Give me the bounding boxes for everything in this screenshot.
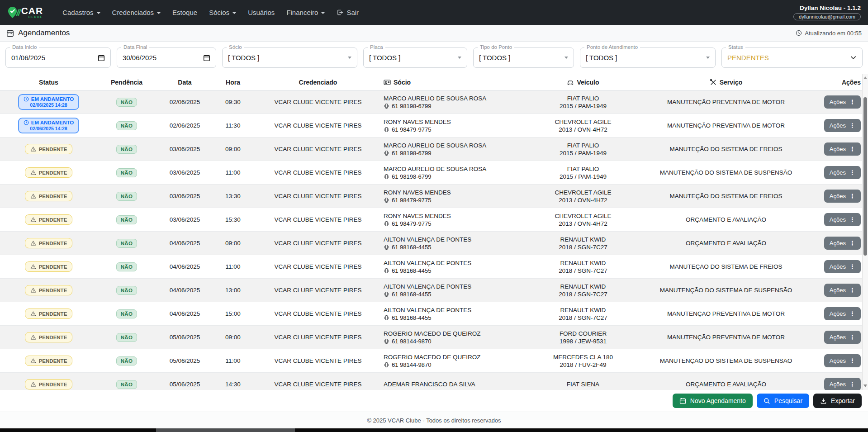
filter-tipo-do-ponto[interactable]: Tipo do Ponto[ TODOS ] (473, 47, 574, 68)
warning-icon (30, 287, 36, 293)
cell-servico: MANUTENÇÃO PREVENTIVA DE MOTOR (642, 310, 810, 317)
row-actions-button[interactable]: Ações⋮ (824, 260, 861, 273)
cell-data: 03/06/2025 (156, 169, 213, 176)
nav-item-credenciados[interactable]: Credenciados (106, 5, 167, 20)
brand-logo[interactable]: // CAR CLUBE (7, 6, 43, 19)
cell-hora: 11:00 (213, 263, 252, 270)
nav-item-cadastros[interactable]: Cadastros (57, 5, 106, 20)
status-badge-pending: PENDENTE (25, 167, 73, 178)
nav-item-sair[interactable]: Sair (331, 5, 365, 20)
copyright-text: © 2025 VCAR Clube - Todos os direitos re… (367, 417, 501, 424)
caret-down-icon (348, 57, 351, 59)
top-navbar: // CAR CLUBE CadastrosCredenciadosEstoqu… (0, 0, 868, 25)
scroll-down-arrow[interactable] (863, 383, 868, 389)
warning-icon (30, 358, 36, 364)
nav-item-estoque[interactable]: Estoque (166, 5, 203, 20)
vertical-scrollbar[interactable] (862, 74, 868, 390)
caret-down-icon (97, 12, 100, 14)
pendencia-badge: NÃO (116, 380, 137, 389)
cell-status: PENDENTE (0, 191, 97, 201)
cell-servico: MANUTEÇÃO DO SISTEMA DE FREIOS (642, 263, 810, 270)
row-actions-button[interactable]: Ações⋮ (824, 190, 861, 203)
cell-pendencia: NÃO (97, 192, 156, 201)
download-icon (820, 398, 827, 404)
main-nav: CadastrosCredenciadosEstoqueSóciosUsuári… (57, 5, 365, 20)
table-body: EM ANDAMENTO02/06/2025 14:28NÃO02/06/202… (0, 90, 868, 390)
veiculo-detalhe: 2018 / SGN-7C27 (559, 291, 607, 298)
cell-hora: 13:00 (213, 287, 252, 294)
cell-socio: AILTON VALENÇA DE PONTES61 98168-4455 (384, 236, 524, 251)
pendencia-badge: NÃO (116, 145, 137, 154)
cell-acoes: Ações⋮ (810, 331, 863, 344)
horizontal-scrollbar-thumb[interactable] (156, 428, 295, 432)
socio-name: RONY NAVES MENDES (384, 213, 451, 219)
nav-item-socios[interactable]: Sócios (203, 5, 242, 20)
row-actions-button[interactable]: Ações⋮ (824, 331, 861, 344)
status-badge-in-progress: EM ANDAMENTO02/06/2025 14:28 (18, 118, 80, 133)
filter-socio[interactable]: Sócio[ TODOS ] (222, 47, 357, 68)
veiculo-modelo: FIAT PALIO (567, 95, 599, 102)
nav-item-financeiro[interactable]: Financeiro (280, 5, 331, 20)
filter-placa[interactable]: Placa[ TODOS ] (363, 47, 467, 68)
filter-label: Data Inicio (10, 44, 39, 50)
cell-acoes: Ações⋮ (810, 237, 863, 250)
cell-pendencia: NÃO (97, 98, 156, 107)
row-actions-button[interactable]: Ações⋮ (824, 95, 861, 109)
socio-phone: 61 98198-6799 (384, 150, 431, 157)
logout-label: Sair (346, 9, 359, 16)
filter-data-inicio[interactable]: Data Inicio01/06/2025 (5, 47, 111, 68)
dots-vertical-icon: ⋮ (849, 240, 855, 246)
new-appointment-button[interactable]: Novo Agendamento (673, 394, 753, 408)
filter-data-final[interactable]: Data Final30/06/2025 (117, 47, 216, 68)
row-actions-button[interactable]: Ações⋮ (824, 378, 861, 390)
row-actions-button[interactable]: Ações⋮ (824, 142, 861, 156)
filter-label: Data Final (121, 44, 149, 50)
veiculo-modelo: RENAULT KWID (560, 260, 606, 266)
table-row: PENDENTENÃO03/06/202509:00VCAR CLUBE VIC… (0, 138, 868, 161)
cell-credenciado: VCAR CLUBE VICENTE PIRES (252, 122, 384, 129)
filter-ponto-de-atendimento[interactable]: Ponto de Atendimento[ TODOS ] (580, 47, 716, 68)
filter-bar: Data Inicio01/06/2025Data Final30/06/202… (0, 42, 868, 74)
cell-pendencia: NÃO (97, 145, 156, 154)
cell-credenciado: VCAR CLUBE VICENTE PIRES (252, 169, 384, 176)
veiculo-detalhe: 2018 / SGN-7C27 (559, 267, 607, 274)
cell-socio: ROGERIO MACEDO DE QUEIROZ61 98144-9870 (384, 354, 524, 368)
cell-socio: AILTON VALENÇA DE PONTES61 98168-4455 (384, 307, 524, 321)
socio-phone: 61 98198-6799 (384, 103, 431, 109)
nav-item-usuarios[interactable]: Usuários (242, 5, 280, 20)
socio-name: AILTON VALENÇA DE PONTES (384, 283, 471, 290)
filter-label: Placa (368, 44, 385, 50)
table-row: PENDENTENÃO05/06/202509:00VCAR CLUBE VIC… (0, 326, 868, 349)
cell-servico: MANUTENÇÃO DO SISTEMA DE SUSPENSÃO (642, 169, 810, 176)
vertical-scrollbar-thumb[interactable] (863, 97, 867, 256)
car-icon (567, 79, 574, 86)
row-actions-button[interactable]: Ações⋮ (824, 213, 861, 226)
row-actions-button[interactable]: Ações⋮ (824, 119, 861, 132)
cell-socio: MARCO AURELIO DE SOUSA ROSA61 98198-6799 (384, 166, 524, 180)
row-actions-button[interactable]: Ações⋮ (824, 237, 861, 250)
pendencia-badge: NÃO (116, 286, 137, 295)
horizontal-scrollbar[interactable] (0, 428, 868, 432)
socio-name: RONY NAVES MENDES (384, 189, 451, 196)
cell-data: 05/06/2025 (156, 381, 213, 388)
cell-hora: 09:00 (213, 334, 252, 341)
row-actions-button[interactable]: Ações⋮ (824, 166, 861, 179)
scroll-up-arrow[interactable] (863, 75, 868, 81)
cell-status: PENDENTE (0, 261, 97, 272)
row-actions-button[interactable]: Ações⋮ (824, 307, 861, 320)
filter-value: [ TODOS ] (479, 54, 561, 62)
filter-status[interactable]: StatusPENDENTES (721, 47, 863, 68)
dots-vertical-icon: ⋮ (849, 170, 855, 176)
warning-icon (30, 334, 36, 340)
veiculo-modelo: CHEVROLET AGILE (555, 213, 611, 219)
row-actions-button[interactable]: Ações⋮ (824, 284, 861, 297)
veiculo-detalhe: 2015 / PAM-1949 (560, 103, 607, 109)
filter-value: 01/06/2025 (11, 54, 98, 62)
row-actions-button[interactable]: Ações⋮ (824, 354, 861, 367)
search-button[interactable]: Pesquisar (757, 394, 809, 408)
export-button[interactable]: Exportar (813, 394, 862, 408)
column-header-socio: Sócio (384, 79, 524, 86)
table-row: PENDENTENÃO05/06/202511:00VCAR CLUBE VIC… (0, 349, 868, 373)
cell-servico: MANUTENÇÃO PREVENTIVA DE MOTOR (642, 99, 810, 105)
cell-status: PENDENTE (0, 144, 97, 154)
